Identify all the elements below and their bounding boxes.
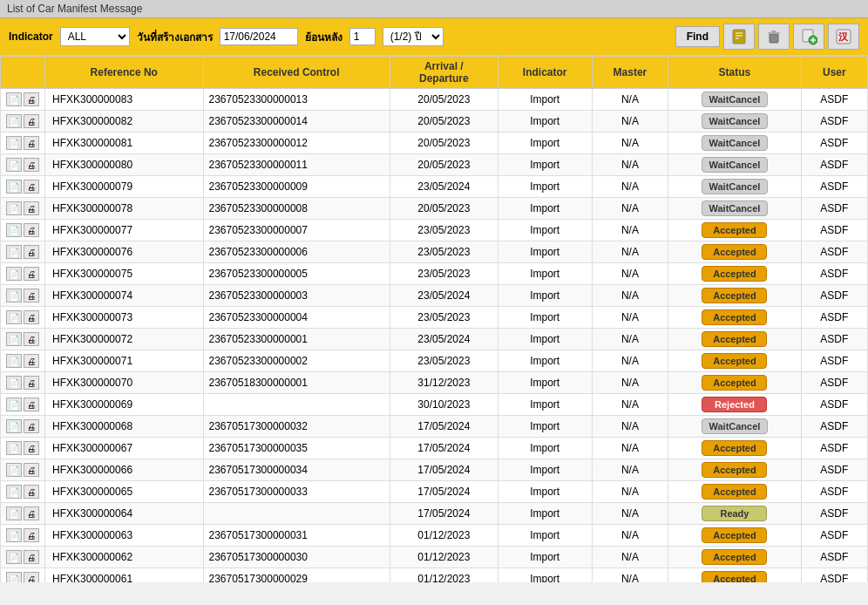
status-cell[interactable]: WaitCancel <box>668 154 801 176</box>
doc-icon-btn[interactable]: 📄 <box>6 245 22 259</box>
print-icon-btn[interactable]: 🖨 <box>24 289 39 302</box>
status-cell[interactable]: Accepted <box>668 372 801 394</box>
toolbar-icon4[interactable]: 汉 <box>828 24 859 50</box>
doc-icon-btn[interactable]: 📄 <box>6 267 22 281</box>
status-badge[interactable]: WaitCancel <box>702 135 769 151</box>
status-badge[interactable]: Accepted <box>702 222 767 238</box>
toolbar-icon1[interactable] <box>723 24 755 50</box>
status-cell[interactable]: Accepted <box>668 481 801 503</box>
status-badge[interactable]: Accepted <box>702 462 767 478</box>
doc-icon-btn[interactable]: 📄 <box>6 376 22 390</box>
status-cell[interactable]: WaitCancel <box>668 176 801 198</box>
toolbar-icon3[interactable] <box>793 24 824 50</box>
status-cell[interactable]: WaitCancel <box>668 198 801 220</box>
status-cell[interactable]: Accepted <box>668 329 801 350</box>
find-button[interactable]: Find <box>675 26 720 47</box>
print-icon-btn[interactable]: 🖨 <box>24 572 39 582</box>
print-icon-btn[interactable]: 🖨 <box>24 528 39 542</box>
status-badge[interactable]: Accepted <box>702 266 767 282</box>
print-icon-btn[interactable]: 🖨 <box>24 550 39 564</box>
status-cell[interactable]: Accepted <box>668 307 801 329</box>
doc-icon-btn[interactable]: 📄 <box>6 332 22 346</box>
doc-icon-btn[interactable]: 📄 <box>6 550 22 564</box>
status-badge[interactable]: Accepted <box>702 331 767 347</box>
status-cell[interactable]: WaitCancel <box>668 416 801 438</box>
print-icon-btn[interactable]: 🖨 <box>24 114 39 128</box>
doc-icon-btn[interactable]: 📄 <box>6 398 22 411</box>
print-icon-btn[interactable]: 🖨 <box>24 354 39 368</box>
status-cell[interactable]: Rejected <box>668 394 801 416</box>
status-cell[interactable]: Accepted <box>668 241 801 263</box>
status-cell[interactable]: WaitCancel <box>668 89 801 111</box>
print-icon-btn[interactable]: 🖨 <box>24 376 39 390</box>
print-icon-btn[interactable]: 🖨 <box>24 92 39 106</box>
doc-icon-btn[interactable]: 📄 <box>6 419 22 433</box>
status-badge[interactable]: WaitCancel <box>702 418 769 434</box>
status-cell[interactable]: WaitCancel <box>668 111 801 133</box>
status-badge[interactable]: Accepted <box>702 484 767 500</box>
status-cell[interactable]: Accepted <box>668 568 801 583</box>
print-icon-btn[interactable]: 🖨 <box>24 332 39 346</box>
status-badge[interactable]: Accepted <box>702 353 767 369</box>
doc-icon-btn[interactable]: 📄 <box>6 158 22 172</box>
doc-icon-btn[interactable]: 📄 <box>6 180 22 194</box>
status-badge[interactable]: Accepted <box>702 244 767 260</box>
print-icon-btn[interactable]: 🖨 <box>24 419 39 433</box>
doc-icon-btn[interactable]: 📄 <box>6 92 22 106</box>
doc-icon-btn[interactable]: 📄 <box>6 463 22 477</box>
status-badge[interactable]: Ready <box>702 506 767 521</box>
doc-icon-btn[interactable]: 📄 <box>6 485 22 499</box>
back-value-input[interactable] <box>349 28 376 45</box>
status-badge[interactable]: Accepted <box>702 288 767 303</box>
status-badge[interactable]: Accepted <box>702 571 767 582</box>
print-icon-btn[interactable]: 🖨 <box>24 310 39 324</box>
status-cell[interactable]: Accepted <box>668 285 801 307</box>
status-badge[interactable]: Accepted <box>702 549 767 565</box>
status-badge[interactable]: Rejected <box>702 397 767 412</box>
print-icon-btn[interactable]: 🖨 <box>24 136 39 150</box>
doc-icon-btn[interactable]: 📄 <box>6 201 22 215</box>
print-icon-btn[interactable]: 🖨 <box>24 463 39 477</box>
print-icon-btn[interactable]: 🖨 <box>24 485 39 499</box>
doc-icon-btn[interactable]: 📄 <box>6 441 22 455</box>
doc-icon-btn[interactable]: 📄 <box>6 289 22 302</box>
status-cell[interactable]: Accepted <box>668 350 801 372</box>
status-badge[interactable]: WaitCancel <box>702 201 769 216</box>
print-icon-btn[interactable]: 🖨 <box>24 506 39 520</box>
status-cell[interactable]: Accepted <box>668 220 801 241</box>
status-badge[interactable]: Accepted <box>702 309 767 325</box>
print-icon-btn[interactable]: 🖨 <box>24 180 39 194</box>
print-icon-btn[interactable]: 🖨 <box>24 267 39 281</box>
doc-icon-btn[interactable]: 📄 <box>6 528 22 542</box>
status-badge[interactable]: Accepted <box>702 375 767 391</box>
indicator-select[interactable]: ALL <box>60 27 130 46</box>
status-cell[interactable]: Accepted <box>668 525 801 547</box>
status-badge[interactable]: WaitCancel <box>702 92 769 107</box>
doc-icon-btn[interactable]: 📄 <box>6 114 22 128</box>
doc-icon-btn[interactable]: 📄 <box>6 506 22 520</box>
status-cell[interactable]: Accepted <box>668 438 801 459</box>
print-icon-btn[interactable]: 🖨 <box>24 245 39 259</box>
print-icon-btn[interactable]: 🖨 <box>24 223 39 237</box>
doc-icon-btn[interactable]: 📄 <box>6 223 22 237</box>
print-icon-btn[interactable]: 🖨 <box>24 398 39 411</box>
doc-icon-btn[interactable]: 📄 <box>6 572 22 582</box>
doc-icon-btn[interactable]: 📄 <box>6 354 22 368</box>
status-cell[interactable]: WaitCancel <box>668 133 801 154</box>
print-icon-btn[interactable]: 🖨 <box>24 158 39 172</box>
doc-icon-btn[interactable]: 📄 <box>6 136 22 150</box>
back-unit-select[interactable]: (1/2) ปี 1 ปี <box>383 27 444 46</box>
status-cell[interactable]: Accepted <box>668 547 801 568</box>
date-input[interactable] <box>220 28 298 45</box>
status-badge[interactable]: Accepted <box>702 527 767 543</box>
status-cell[interactable]: Accepted <box>668 459 801 481</box>
status-badge[interactable]: Accepted <box>702 440 767 456</box>
status-cell[interactable]: Ready <box>668 503 801 525</box>
doc-icon-btn[interactable]: 📄 <box>6 310 22 324</box>
print-icon-btn[interactable]: 🖨 <box>24 201 39 215</box>
toolbar-icon2[interactable] <box>758 24 790 50</box>
status-badge[interactable]: WaitCancel <box>702 113 769 129</box>
status-cell[interactable]: Accepted <box>668 263 801 285</box>
status-badge[interactable]: WaitCancel <box>702 179 769 194</box>
print-icon-btn[interactable]: 🖨 <box>24 441 39 455</box>
